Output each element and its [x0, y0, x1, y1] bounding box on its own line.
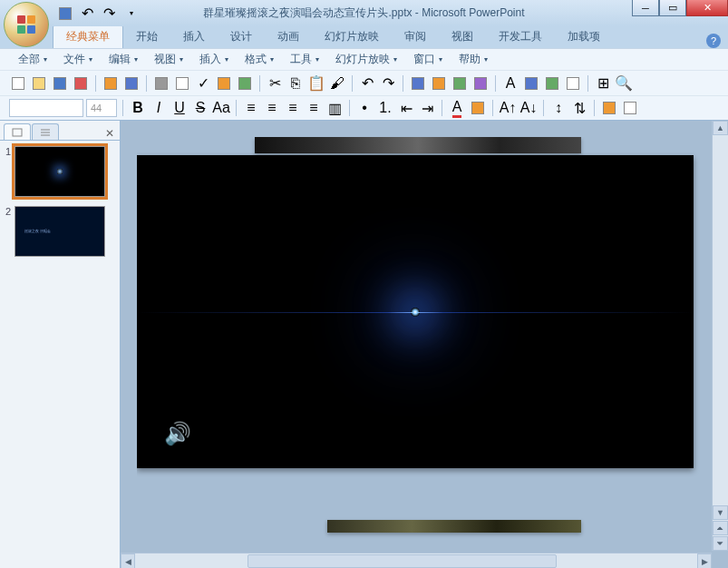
tab-slideshow[interactable]: 幻灯片放映 — [312, 25, 392, 48]
scrollbar-track[interactable] — [713, 136, 727, 505]
grid-icon[interactable]: ⊞ — [594, 74, 612, 93]
bullets-icon[interactable]: • — [355, 99, 374, 117]
shapes-icon[interactable] — [543, 74, 561, 93]
zoom-icon[interactable]: 🔍 — [615, 74, 633, 93]
new-slide-icon[interactable] — [600, 99, 618, 117]
save-icon[interactable] — [51, 74, 69, 93]
spelling-icon[interactable]: ✓ — [194, 74, 212, 93]
layout-icon[interactable] — [621, 99, 639, 117]
tab-addins[interactable]: 加载项 — [555, 25, 613, 48]
qat-customize-icon[interactable] — [123, 6, 138, 21]
highlight-icon[interactable] — [469, 99, 487, 117]
tab-home[interactable]: 开始 — [123, 25, 170, 48]
arrange-icon[interactable] — [564, 74, 582, 93]
tab-insert[interactable]: 插入 — [170, 25, 218, 48]
properties-icon[interactable] — [122, 74, 141, 93]
numbering-icon[interactable]: 1. — [376, 99, 394, 117]
slides-pane: ✕ 1 2 摇滚之夜 演唱会 — [0, 121, 121, 568]
tab-animations[interactable]: 动画 — [265, 25, 312, 48]
text-direction-icon[interactable]: ⇅ — [570, 99, 588, 117]
cut-icon[interactable]: ✂ — [266, 74, 284, 93]
format-painter-icon[interactable]: 🖌 — [328, 74, 346, 93]
tab-review[interactable]: 审阅 — [392, 25, 439, 48]
slide-thumbnail-2[interactable]: 2 摇滚之夜 演唱会 — [5, 206, 114, 257]
menu-insert[interactable]: 插入 — [192, 50, 236, 69]
menu-help[interactable]: 帮助 — [451, 50, 495, 69]
chart-icon[interactable] — [409, 74, 427, 93]
line-spacing-icon[interactable]: ↕ — [549, 99, 568, 117]
copy-icon[interactable]: ⎘ — [286, 74, 305, 93]
hyperlink-icon[interactable] — [451, 74, 469, 93]
wordart-icon[interactable] — [522, 74, 540, 93]
previous-slide-icon[interactable]: ⏶ — [713, 521, 728, 535]
strikethrough-icon[interactable]: S — [191, 99, 209, 117]
close-pane-icon[interactable]: ✕ — [105, 127, 114, 140]
minimize-button[interactable]: ─ — [632, 0, 659, 16]
open-icon[interactable] — [30, 74, 48, 93]
scroll-up-icon[interactable]: ▲ — [713, 121, 728, 135]
research-icon[interactable] — [215, 74, 233, 93]
tab-design[interactable]: 设计 — [218, 25, 265, 48]
decrease-font-icon[interactable]: A↓ — [519, 99, 538, 117]
font-family-selector[interactable] — [9, 99, 83, 117]
columns-icon[interactable]: ▥ — [325, 99, 344, 117]
change-case-icon[interactable]: Aa — [212, 99, 230, 117]
thesaurus-icon[interactable] — [236, 74, 254, 93]
menu-tools[interactable]: 工具 — [283, 50, 326, 69]
smartart-icon[interactable] — [471, 74, 490, 93]
justify-icon[interactable]: ≡ — [305, 99, 323, 117]
print-preview-icon[interactable] — [173, 74, 191, 93]
textbox-icon[interactable]: A — [501, 74, 519, 93]
bold-icon[interactable]: B — [129, 99, 147, 117]
align-center-icon[interactable]: ≡ — [263, 99, 281, 117]
scroll-down-icon[interactable]: ▼ — [713, 505, 728, 520]
save-icon[interactable] — [58, 6, 73, 21]
underline-icon[interactable]: U — [170, 99, 189, 117]
align-left-icon[interactable]: ≡ — [242, 99, 260, 117]
menu-window[interactable]: 窗口 — [406, 50, 450, 69]
italic-icon[interactable]: I — [150, 99, 168, 117]
menu-file[interactable]: 文件 — [56, 50, 100, 69]
menu-view[interactable]: 视图 — [147, 50, 190, 69]
tab-developer[interactable]: 开发工具 — [486, 25, 555, 48]
help-icon[interactable]: ? — [706, 34, 721, 48]
font-size-selector[interactable] — [86, 99, 117, 117]
audio-icon[interactable]: 🔊 — [164, 421, 191, 446]
slides-tab[interactable] — [4, 123, 31, 140]
print-icon[interactable] — [152, 74, 170, 93]
next-slide-icon[interactable]: ⏷ — [713, 536, 728, 551]
current-slide[interactable]: 🔊 — [137, 155, 694, 468]
scroll-right-icon[interactable]: ▶ — [697, 553, 712, 568]
office-button[interactable] — [4, 2, 49, 47]
table-icon[interactable] — [430, 74, 448, 93]
menu-slideshow[interactable]: 幻灯片放映 — [328, 50, 404, 69]
menu-edit[interactable]: 编辑 — [102, 50, 145, 69]
undo-icon[interactable]: ↶ — [358, 74, 376, 93]
slide-canvas-viewport[interactable]: 🔊 — [137, 137, 710, 553]
tab-view[interactable]: 视图 — [439, 25, 486, 48]
maximize-button[interactable]: ▭ — [659, 0, 686, 16]
new-icon[interactable] — [9, 74, 27, 93]
close-button[interactable]: ✕ — [686, 0, 728, 16]
tab-classic-menu[interactable]: 经典菜单 — [53, 24, 123, 48]
decrease-indent-icon[interactable]: ⇤ — [397, 99, 415, 117]
outline-tab[interactable] — [32, 123, 59, 140]
scrollbar-thumb[interactable] — [248, 554, 557, 568]
undo-icon[interactable]: ↶ — [80, 6, 94, 21]
redo-icon[interactable]: ↷ — [379, 74, 397, 93]
increase-font-icon[interactable]: A↑ — [499, 99, 517, 117]
permission-icon[interactable] — [72, 74, 90, 93]
scroll-left-icon[interactable]: ◀ — [121, 553, 135, 568]
email-icon[interactable] — [102, 74, 120, 93]
align-right-icon[interactable]: ≡ — [284, 99, 302, 117]
menu-all[interactable]: 全部 — [11, 50, 54, 69]
font-color-icon[interactable]: A — [448, 99, 466, 117]
menu-format[interactable]: 格式 — [238, 50, 281, 69]
horizontal-scrollbar[interactable]: ◀ ▶ — [121, 553, 712, 568]
increase-indent-icon[interactable]: ⇥ — [418, 99, 436, 117]
slide-thumbnail-1[interactable]: 1 — [5, 146, 114, 197]
scrollbar-track[interactable] — [135, 553, 697, 568]
vertical-scrollbar[interactable]: ▲ ▼ ⏶ ⏷ — [712, 121, 728, 551]
redo-icon[interactable]: ↷ — [102, 6, 116, 21]
paste-icon[interactable]: 📋 — [307, 74, 325, 93]
